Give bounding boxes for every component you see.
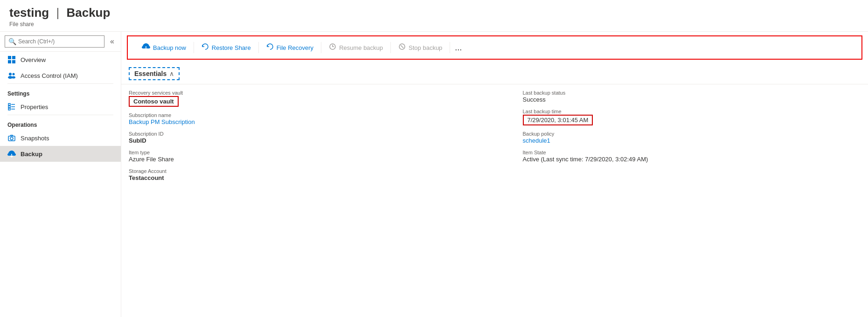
svg-rect-2 [8, 60, 11, 63]
page-header: testing | Backup File share [0, 0, 868, 32]
subscription-id-value: SubID [129, 137, 495, 144]
backup-policy-label: Backup policy [523, 131, 861, 137]
stop-backup-label: Stop backup [409, 44, 442, 51]
toolbar-divider-4 [390, 42, 391, 53]
page-type: Backup [66, 6, 110, 20]
svg-point-15 [10, 137, 13, 140]
content-area: Backup now Restore Share [121, 32, 868, 317]
sidebar-item-label-overview: Overview [21, 56, 46, 63]
backup-now-icon [142, 43, 150, 52]
sidebar-item-label-snapshots: Snapshots [21, 135, 49, 142]
search-bar: 🔍 « [0, 32, 121, 52]
subscription-name-value[interactable]: Backup PM Subscription [129, 118, 495, 125]
resume-backup-button[interactable]: Resume backup [322, 40, 389, 55]
essentials-right-column: Last backup status Success Last backup t… [495, 90, 861, 181]
search-input[interactable] [5, 35, 104, 48]
main-layout: 🔍 « Overview Access Control (IAM) [0, 32, 868, 317]
backup-nav-icon [7, 150, 16, 158]
svg-point-7 [12, 76, 15, 79]
field-subscription-id: Subscription ID SubID [129, 131, 495, 144]
toolbar-divider-2 [258, 42, 259, 53]
backup-policy-value[interactable]: schedule1 [523, 137, 861, 144]
sidebar-item-label-properties: Properties [21, 103, 48, 110]
svg-rect-3 [12, 60, 15, 63]
resume-icon [329, 43, 336, 52]
svg-rect-0 [8, 56, 11, 59]
field-backup-policy: Backup policy schedule1 [523, 131, 861, 144]
last-backup-status-label: Last backup status [523, 90, 861, 96]
people-icon [7, 71, 16, 80]
essentials-header: Essentials ∧ [121, 63, 868, 84]
item-state-label: Item State [523, 150, 861, 155]
item-state-value: Active (Last sync time: 7/29/2020, 3:02:… [523, 156, 861, 163]
field-item-state: Item State Active (Last sync time: 7/29/… [523, 150, 861, 163]
toolbar-divider-5 [450, 42, 450, 53]
recovery-vault-value: Contoso vault [129, 96, 179, 107]
svg-rect-10 [8, 108, 10, 110]
svg-line-18 [401, 45, 403, 48]
storage-account-value: Testaccount [129, 174, 495, 181]
section-label-settings: Settings [0, 84, 121, 99]
field-subscription-name: Subscription name Backup PM Subscription [129, 112, 495, 125]
restore-share-label: Restore Share [212, 44, 251, 51]
restore-share-button[interactable]: Restore Share [195, 40, 257, 55]
item-type-value: Azure File Share [129, 156, 495, 163]
last-backup-status-value: Success [523, 96, 861, 103]
sidebar-item-label-backup: Backup [21, 151, 42, 158]
resume-backup-label: Resume backup [339, 44, 383, 51]
stop-icon [398, 43, 406, 52]
snapshots-icon [7, 134, 16, 142]
essentials-grid: Recovery services vault Contoso vault Su… [121, 84, 868, 187]
svg-rect-9 [8, 106, 10, 108]
resource-name: testing [9, 6, 49, 20]
backup-now-label: Backup now [153, 44, 186, 51]
more-options-button[interactable]: ... [451, 41, 465, 55]
stop-backup-button[interactable]: Stop backup [392, 40, 449, 55]
collapse-sidebar-button[interactable]: « [108, 36, 116, 47]
restore-icon [201, 43, 209, 52]
sidebar-item-snapshots[interactable]: Snapshots [0, 130, 121, 146]
page-title: testing | Backup [9, 6, 859, 20]
essentials-title: Essentials [134, 70, 167, 77]
grid-icon [7, 55, 16, 64]
file-recovery-icon [266, 43, 274, 52]
file-recovery-label: File Recovery [277, 44, 313, 51]
field-storage-account: Storage Account Testaccount [129, 168, 495, 181]
file-recovery-button[interactable]: File Recovery [260, 40, 320, 55]
last-backup-time-label: Last backup time [523, 109, 861, 114]
essentials-left-column: Recovery services vault Contoso vault Su… [129, 90, 495, 181]
backup-now-button[interactable]: Backup now [135, 40, 193, 55]
svg-rect-8 [8, 103, 10, 105]
field-recovery-vault: Recovery services vault Contoso vault [129, 90, 495, 107]
svg-point-6 [13, 73, 15, 76]
title-separator: | [53, 6, 62, 20]
settings-icon [7, 103, 16, 111]
subscription-name-label: Subscription name [129, 112, 495, 118]
sidebar: 🔍 « Overview Access Control (IAM) [0, 32, 121, 317]
toolbar: Backup now Restore Share [127, 35, 862, 60]
search-icon: 🔍 [8, 38, 16, 45]
toolbar-divider-1 [194, 42, 194, 53]
item-type-label: Item type [129, 150, 495, 155]
sidebar-item-properties[interactable]: Properties [0, 99, 121, 115]
essentials-chevron-icon[interactable]: ∧ [169, 70, 174, 77]
sidebar-item-label-iam: Access Control (IAM) [21, 72, 78, 79]
section-label-operations: Operations [0, 115, 121, 130]
svg-point-4 [9, 73, 12, 76]
field-item-type: Item type Azure File Share [129, 150, 495, 163]
subscription-id-label: Subscription ID [129, 131, 495, 137]
field-last-backup-status: Last backup status Success [523, 90, 861, 103]
sidebar-item-overview[interactable]: Overview [0, 52, 121, 68]
sidebar-item-backup[interactable]: Backup [0, 146, 121, 162]
toolbar-divider-3 [321, 42, 321, 53]
essentials-dashed-box: Essentials ∧ [129, 67, 180, 80]
storage-account-label: Storage Account [129, 168, 495, 174]
recovery-vault-label: Recovery services vault [129, 90, 495, 96]
svg-rect-1 [12, 56, 15, 59]
field-last-backup-time: Last backup time 7/29/2020, 3:01:45 AM [523, 109, 861, 125]
last-backup-time-value: 7/29/2020, 3:01:45 AM [523, 115, 593, 125]
page-subtitle: File share [9, 21, 859, 28]
sidebar-item-iam[interactable]: Access Control (IAM) [0, 68, 121, 83]
